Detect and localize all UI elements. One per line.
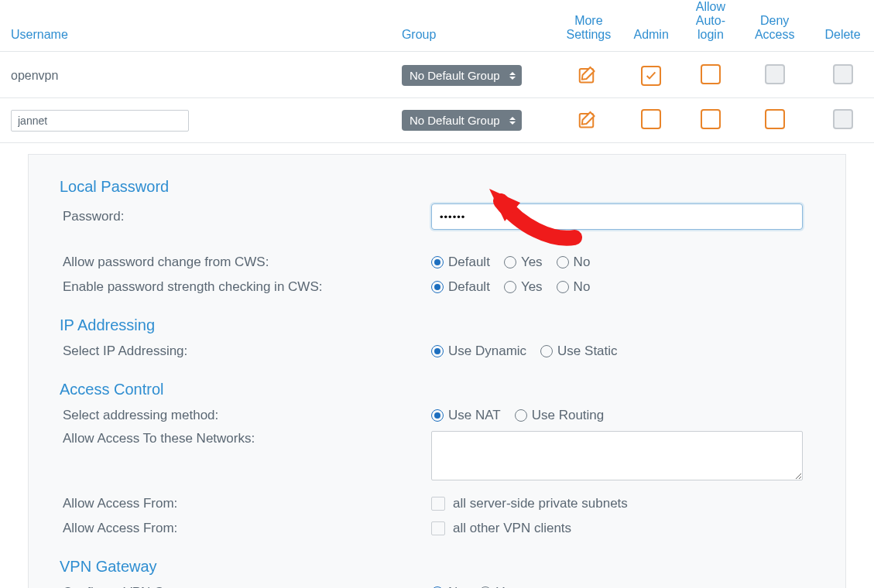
allow-from-label-1: Allow Access From: [60,496,431,511]
ip-addressing-title: IP Addressing [60,316,814,334]
local-password-title: Local Password [60,178,814,196]
radio-no[interactable]: No [557,255,591,270]
radio-static[interactable]: Use Static [540,344,617,359]
group-select[interactable]: No Default Group [402,65,522,86]
radio-no[interactable]: No [431,585,465,588]
radio-default[interactable]: Default [431,255,490,270]
addressing-method-label: Select addressing method: [60,408,431,423]
radio-default[interactable]: Default [431,279,490,295]
radio-dynamic[interactable]: Use Dynamic [431,344,526,359]
col-admin: Admin [619,0,680,52]
pencil-icon [577,108,600,132]
check-icon [645,70,657,82]
radio-yes[interactable]: Yes [504,279,543,295]
networks-textarea[interactable] [431,431,803,480]
deny-checkbox[interactable] [765,64,785,84]
admin-checkbox[interactable] [641,66,661,86]
deny-checkbox[interactable] [765,109,785,129]
group-select[interactable]: No Default Group [402,110,522,131]
autologin-checkbox[interactable] [701,109,721,129]
username-cell: openvpn [11,69,58,82]
table-row: No Default Group [0,98,874,143]
checkbox-private-subnets[interactable] [431,497,445,511]
username-input[interactable] [11,110,189,132]
edit-button[interactable] [574,61,602,89]
allow-pw-change-label: Allow password change from CWS: [60,255,431,270]
col-deny-access: Deny Access [738,0,808,52]
radio-no[interactable]: No [557,279,591,295]
col-username: Username [0,0,391,52]
user-settings-panel: Local Password Password: Allow password … [28,154,846,588]
vpn-gateway-title: VPN Gateway [60,558,814,576]
allow-networks-label: Allow Access To these Networks: [60,431,431,446]
autologin-checkbox[interactable] [701,64,721,84]
col-group: Group [391,0,555,52]
users-table: Username Group More Settings Admin Allow… [0,0,874,143]
col-auto-login: Allow Auto-login [680,0,739,52]
col-more-settings: More Settings [555,0,619,52]
strength-check-label: Enable password strength checking in CWS… [60,279,431,295]
delete-checkbox[interactable] [833,109,853,129]
vpn-gateway-label: Configure VPN Gateway: [60,585,431,588]
edit-button[interactable] [574,106,602,134]
pencil-icon [577,63,600,87]
password-input[interactable] [431,203,803,230]
allow-from-label-2: Allow Access From: [60,521,431,536]
radio-nat[interactable]: Use NAT [431,408,501,423]
ip-select-label: Select IP Addressing: [60,344,431,359]
radio-yes[interactable]: Yes [479,585,518,588]
admin-checkbox[interactable] [641,109,661,129]
radio-routing[interactable]: Use Routing [515,408,605,423]
radio-yes[interactable]: Yes [504,255,543,270]
col-delete: Delete [808,0,874,52]
checkbox-other-vpn-clients[interactable] [431,521,445,535]
updown-icon [509,72,516,80]
access-control-title: Access Control [60,381,814,398]
table-row: openvpn No Default Group [0,52,874,98]
delete-checkbox[interactable] [833,64,853,84]
updown-icon [509,117,516,125]
password-label: Password: [60,209,431,224]
